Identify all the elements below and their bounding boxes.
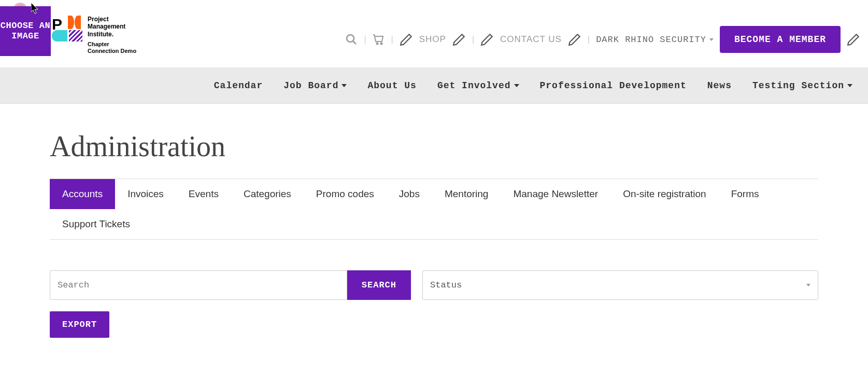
nav-calendar[interactable]: Calendar (214, 80, 263, 91)
search-button[interactable]: SEARCH (347, 270, 411, 300)
choose-image-button[interactable]: CHOOSE AN IMAGE (0, 6, 51, 56)
content: Administration Accounts Invoices Events … (0, 104, 868, 359)
user-menu[interactable]: DARK RHINO SECURITY (596, 35, 714, 45)
logo-text-line: Management (88, 23, 136, 30)
nav-get-involved[interactable]: Get Involved (437, 80, 519, 91)
tab-accounts[interactable]: Accounts (50, 179, 115, 209)
admin-tabs: Accounts Invoices Events Categories Prom… (50, 178, 818, 240)
nav-label: Professional Development (540, 80, 687, 91)
page-title: Administration (50, 130, 818, 163)
logo-text-line: Connection Demo (88, 48, 136, 54)
tab-mentoring[interactable]: Mentoring (432, 179, 501, 209)
tab-events[interactable]: Events (176, 179, 231, 209)
logo-p-icon (52, 16, 66, 29)
logo-text-line: Chapter (88, 41, 136, 48)
logo[interactable]: Project Management Institute. Chapter Co… (52, 16, 136, 55)
tab-invoices[interactable]: Invoices (115, 179, 176, 209)
shop-label: SHOP (419, 34, 446, 45)
tab-support-tickets[interactable]: Support Tickets (50, 209, 143, 239)
export-button[interactable]: EXPORT (50, 311, 109, 338)
nav-separator: | (588, 35, 590, 44)
svg-point-2 (376, 43, 378, 45)
pencil-icon[interactable] (568, 33, 581, 46)
logo-orange-icon-2 (75, 16, 81, 29)
search-input[interactable] (50, 270, 347, 300)
search-icon[interactable] (345, 33, 358, 46)
logo-mark (52, 16, 82, 55)
svg-point-3 (380, 43, 382, 45)
chevron-down-icon (847, 84, 852, 87)
nav-job-board[interactable]: Job Board (283, 80, 347, 91)
logo-text: Project Management Institute. Chapter Co… (88, 16, 136, 55)
pencil-icon[interactable] (452, 33, 466, 46)
header: Project Management Institute. Chapter Co… (0, 0, 868, 67)
cursor-arrow-icon (31, 3, 39, 14)
chevron-down-icon (806, 284, 810, 286)
pencil-icon[interactable] (400, 33, 413, 46)
shop-link[interactable]: SHOP (419, 34, 446, 45)
top-nav: | | SHOP | CONTACT US | DARK RHINO SECUR… (345, 26, 860, 53)
tab-promo-codes[interactable]: Promo codes (304, 179, 387, 209)
status-select[interactable]: Status (422, 270, 818, 300)
tab-categories[interactable]: Categories (231, 179, 304, 209)
nav-professional-development[interactable]: Professional Development (540, 80, 687, 91)
tab-on-site-registration[interactable]: On-site registration (610, 179, 719, 209)
nav-label: Job Board (283, 80, 338, 91)
nav-label: News (707, 80, 732, 91)
logo-stripes-icon (69, 30, 82, 42)
nav-separator: | (391, 35, 393, 44)
tab-jobs[interactable]: Jobs (387, 179, 432, 209)
logo-text-line: Project (88, 16, 136, 23)
chevron-down-icon (709, 38, 714, 41)
nav-label: Testing Section (752, 80, 844, 91)
tab-manage-newsletter[interactable]: Manage Newsletter (501, 179, 610, 209)
nav-news[interactable]: News (707, 80, 732, 91)
cart-icon[interactable] (373, 33, 385, 46)
svg-line-1 (353, 41, 356, 44)
chevron-down-icon (514, 84, 519, 87)
pencil-icon[interactable] (480, 33, 494, 46)
logo-orange-icon (68, 16, 74, 29)
contact-label: CONTACT US (500, 34, 562, 45)
nav-label: Get Involved (437, 80, 511, 91)
search-group: SEARCH (50, 270, 411, 300)
logo-text-line: Institute. (88, 31, 136, 38)
nav-testing-section[interactable]: Testing Section (752, 80, 852, 91)
status-placeholder: Status (430, 280, 462, 290)
main-nav: Calendar Job Board About Us Get Involved… (0, 67, 868, 104)
svg-point-0 (347, 35, 354, 42)
nav-label: About Us (367, 80, 416, 91)
contact-link[interactable]: CONTACT US (500, 34, 562, 45)
nav-separator: | (472, 35, 474, 44)
nav-separator: | (364, 35, 366, 44)
pencil-icon[interactable] (847, 33, 860, 46)
nav-label: Calendar (214, 80, 263, 91)
search-section: SEARCH Status EXPORT (50, 270, 818, 338)
nav-about-us[interactable]: About Us (367, 80, 416, 91)
tab-forms[interactable]: Forms (719, 179, 772, 209)
chevron-down-icon (341, 84, 347, 87)
become-member-button[interactable]: BECOME A MEMBER (720, 26, 841, 53)
user-label: DARK RHINO SECURITY (596, 35, 706, 45)
